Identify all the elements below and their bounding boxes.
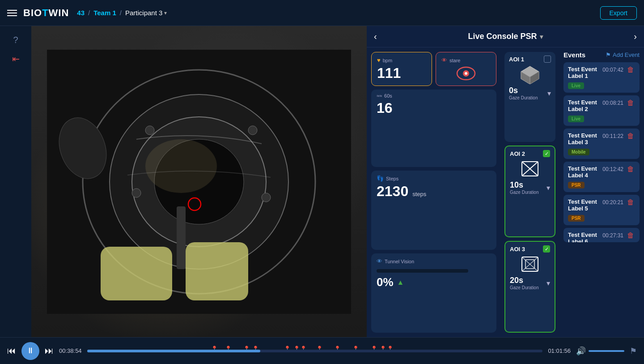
stare-label: 👁 stare xyxy=(441,57,491,64)
help-button[interactable]: ? xyxy=(13,35,18,45)
event-2-info: Test Event Label 2 Live xyxy=(568,99,600,122)
aoi-1-card: AOI 1 0s xyxy=(504,52,555,142)
aoi-2-icon xyxy=(518,159,542,179)
svg-point-7 xyxy=(248,126,257,135)
events-title: Events xyxy=(564,51,585,59)
volume-slider[interactable] xyxy=(589,350,624,352)
panel-header: ‹ Live Console PSR ▾ › xyxy=(367,26,644,47)
steps-label-text: Steps xyxy=(386,176,398,181)
event-2-time: 00:08:21 xyxy=(602,99,623,106)
panel-next-button[interactable]: › xyxy=(634,31,637,42)
event-2-delete-button[interactable]: 🗑 xyxy=(626,99,635,107)
pause-icon: ⏸ xyxy=(26,346,34,355)
metrics-row-1: ♥ bpm 111 👁 stare xyxy=(371,52,496,86)
event-2-label: Test Event Label 2 xyxy=(568,99,600,112)
aoi-1-expand-button[interactable]: ▾ xyxy=(547,89,551,98)
tunnel-card: 👁 Tunnel Vision 0% ▲ xyxy=(371,253,496,333)
aoi-2-title: AOI 2 xyxy=(510,150,525,157)
aoi-2-checkbox[interactable] xyxy=(543,150,550,157)
volume-icon[interactable]: 🔊 xyxy=(576,346,586,356)
panel-title-text: Live Console PSR xyxy=(468,32,537,41)
event-item-1: Test Event Label 1 Live 00:07:42 🗑 xyxy=(564,62,640,93)
export-button[interactable]: Export xyxy=(600,6,637,20)
steps-unit: steps xyxy=(412,191,426,197)
event-5-delete-button[interactable]: 🗑 xyxy=(626,198,635,206)
steps-icon: 👣 xyxy=(377,175,384,182)
event-1-delete-button[interactable]: 🗑 xyxy=(626,66,635,74)
event-1-time: 00:07:42 xyxy=(602,66,623,73)
timeline-track[interactable] xyxy=(87,350,543,352)
event-6-label: Test Event Label 6 xyxy=(568,231,600,242)
aoi-3-icon-svg xyxy=(519,254,541,274)
rewind-button[interactable]: ⏮ xyxy=(7,346,16,356)
breadcrumb-sep2: / xyxy=(120,9,122,17)
breadcrumb-team[interactable]: Team 1 xyxy=(93,9,116,17)
video-area xyxy=(31,26,367,337)
panel-title[interactable]: Live Console PSR ▾ xyxy=(468,32,542,41)
tunnel-trend-icon: ▲ xyxy=(397,278,404,287)
svg-point-8 xyxy=(132,188,141,197)
event-6-time: 00:27:31 xyxy=(602,231,623,239)
add-event-button[interactable]: ⚑ Add Event xyxy=(606,51,640,58)
event-5-time: 00:20:21 xyxy=(602,198,623,206)
aoi-3-checkbox[interactable] xyxy=(543,245,550,253)
sixty-icon: ≈≈ xyxy=(377,93,382,98)
aoi-3-gaze-row: 20s Gaze Duration ▾ xyxy=(510,276,550,290)
event-3-badge: Mobile xyxy=(568,149,589,155)
events-column: Events ⚑ Add Event Test Event Label 1 Li… xyxy=(559,47,644,337)
aoi-1-checkbox[interactable] xyxy=(544,56,551,63)
aoi-2-card: AOI 2 10s Gaze Duration xyxy=(504,146,555,237)
logo: BIOTWIN xyxy=(23,7,69,19)
play-pause-button[interactable]: ⏸ xyxy=(21,342,39,360)
stare-card: 👁 stare xyxy=(436,52,496,86)
steps-label: 👣 Steps xyxy=(377,175,491,182)
aoi-2-expand-button[interactable]: ▾ xyxy=(547,184,550,192)
timeline-progress xyxy=(87,350,260,352)
events-list: Test Event Label 1 Live 00:07:42 🗑 Test … xyxy=(564,62,640,334)
event-5-label: Test Event Label 5 xyxy=(568,198,600,212)
panel-prev-button[interactable]: ‹ xyxy=(374,31,377,42)
right-panel: ‹ Live Console PSR ▾ › ♥ bpm 111 xyxy=(367,26,644,337)
sixty-label: ≈≈ 60s xyxy=(377,93,491,98)
logout-button[interactable]: ⇥ xyxy=(12,54,20,65)
event-4-delete-button[interactable]: 🗑 xyxy=(626,165,635,173)
svg-rect-12 xyxy=(186,242,248,300)
end-time-label: 01:01:56 xyxy=(548,347,571,354)
fast-forward-button[interactable]: ⏭ xyxy=(45,346,54,356)
participant-chevron: ▾ xyxy=(164,10,167,16)
volume-area: 🔊 xyxy=(576,346,624,356)
aoi-1-title-row: AOI 1 xyxy=(509,56,551,63)
event-6-delete-button[interactable]: 🗑 xyxy=(626,231,635,240)
top-nav: BIOTWIN 43 / Team 1 / Participant 3 ▾ Ex… xyxy=(0,0,644,26)
eye-icon: 👁 xyxy=(441,57,447,64)
event-4-label: Test Event Label 4 xyxy=(568,165,600,179)
breadcrumb-number[interactable]: 43 xyxy=(77,9,85,17)
events-header: Events ⚑ Add Event xyxy=(564,51,640,59)
flag-icon: ⚑ xyxy=(606,51,611,58)
steps-card: 👣 Steps 2130 steps xyxy=(371,171,496,250)
stare-label-text: stare xyxy=(449,58,460,63)
timeline-markers: 📍 📍 📍 📍 📍 📍 📍 📍 📍 📍 📍 📍 📍 xyxy=(87,344,543,350)
aoi-3-gaze-info: 20s Gaze Duration xyxy=(510,276,538,290)
panel-body: ♥ bpm 111 👁 stare xyxy=(367,47,644,337)
aoi-1-icon xyxy=(518,64,542,84)
timeline-wrap[interactable]: 📍 📍 📍 📍 📍 📍 📍 📍 📍 📍 📍 📍 📍 xyxy=(87,350,543,352)
hamburger-menu[interactable] xyxy=(7,10,17,16)
sixty-label-text: 60s xyxy=(384,93,392,98)
aoi-2-gaze-info: 10s Gaze Duration xyxy=(510,180,538,195)
event-3-delete-button[interactable]: 🗑 xyxy=(626,132,635,140)
video-placeholder xyxy=(31,26,367,337)
breadcrumb-participant[interactable]: Participant 3 ▾ xyxy=(125,9,167,17)
event-1-badge: Live xyxy=(568,82,584,89)
aoi-1-gaze-info: 0s Gaze Duration xyxy=(509,86,538,100)
add-event-label: Add Event xyxy=(613,51,640,58)
svg-point-17 xyxy=(465,72,467,75)
aoi-1-title: AOI 1 xyxy=(509,56,524,63)
aoi-3-expand-button[interactable]: ▾ xyxy=(547,279,550,287)
flag-button[interactable]: ⚑ xyxy=(630,346,637,356)
event-4-badge: PSR xyxy=(568,182,585,188)
event-1-info: Test Event Label 1 Live xyxy=(568,66,600,89)
bpm-label: ♥ bpm xyxy=(377,57,426,64)
stare-icon-area xyxy=(441,65,491,81)
svg-point-5 xyxy=(145,139,217,193)
